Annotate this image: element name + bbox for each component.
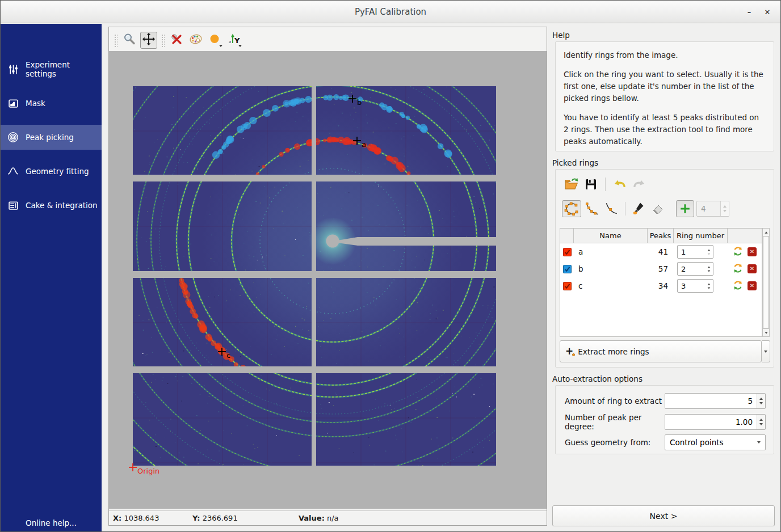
next-button[interactable]: Next > — [552, 505, 775, 526]
spin-up-icon[interactable] — [708, 283, 711, 285]
open-folder-icon — [564, 177, 579, 192]
extract-more-rings-button[interactable]: + Extract more rings — [560, 340, 762, 362]
spin-down-icon[interactable] — [708, 287, 711, 289]
recompute-ring-button[interactable] — [733, 246, 743, 258]
svg-text:a: a — [362, 140, 366, 149]
y-axis-orientation-button[interactable]: aY — [226, 32, 243, 49]
spin-down-icon[interactable] — [708, 253, 711, 255]
peak-curve-icon — [7, 166, 19, 177]
ring-enabled-checkbox[interactable] — [563, 282, 572, 290]
ring-amount-spinbox[interactable]: 5 — [665, 393, 766, 409]
sidebar-item-cake-integration[interactable]: Cake & integration — [1, 193, 102, 218]
ring-number-spinbox[interactable]: 3 — [677, 279, 713, 293]
close-button[interactable]: ✕ — [761, 6, 774, 18]
auto-extraction-section-label: Auto-extraction options — [552, 374, 643, 383]
sidebar-item-mask[interactable]: Mask — [1, 91, 102, 116]
spin-down-icon[interactable] — [759, 402, 763, 404]
diffraction-image-canvas[interactable]: abcOrigin — [109, 51, 547, 509]
pan-tool-button[interactable] — [140, 32, 157, 49]
recompute-ring-button[interactable] — [733, 263, 743, 275]
scroll-down-button[interactable] — [763, 329, 769, 336]
svg-text:c: c — [226, 351, 230, 360]
spin-down-icon[interactable] — [723, 210, 727, 212]
ring-select-tool-button[interactable] — [562, 200, 581, 217]
undo-arrow-icon — [612, 177, 627, 192]
redo-button[interactable] — [631, 176, 647, 192]
header-name: Name — [574, 229, 648, 243]
toolbar-drag-handle[interactable] — [161, 33, 165, 47]
save-points-button[interactable] — [583, 176, 599, 192]
sidebar-item-geometry-fitting[interactable]: Geometry fitting — [1, 159, 102, 184]
spin-up-icon[interactable] — [759, 398, 763, 400]
colormap-button[interactable] — [187, 32, 204, 49]
redo-arrow-icon — [632, 177, 646, 192]
sidebar-item-peak-picking[interactable]: Peak picking — [1, 125, 102, 150]
delete-ring-button[interactable]: ✕ — [748, 247, 757, 256]
peak-per-degree-spinbox[interactable]: 1.00 — [665, 414, 766, 430]
load-points-button[interactable] — [564, 176, 580, 192]
picked-rings-table: Name Peaks Ring number a411✕b572✕c343✕ — [560, 228, 762, 337]
delete-ring-button[interactable]: ✕ — [748, 281, 757, 290]
online-help-link[interactable]: Online help... — [1, 518, 102, 527]
undo-button[interactable] — [612, 176, 628, 192]
toolbar-separator — [605, 178, 606, 191]
picked-rings-file-toolbar — [564, 176, 647, 192]
spin-up-icon[interactable] — [708, 249, 711, 251]
spin-down-icon[interactable] — [708, 270, 711, 272]
toolbar-drag-handle[interactable] — [114, 33, 117, 47]
scrollbar-thumb[interactable] — [763, 236, 769, 329]
help-paragraph: You have to identify at least 5 peaks di… — [564, 112, 766, 147]
ring-name: a — [574, 243, 648, 260]
table-row[interactable]: a411✕ — [560, 243, 762, 260]
recompute-ring-button[interactable] — [733, 280, 743, 292]
eraser-tool-button[interactable] — [650, 200, 667, 217]
delete-ring-button[interactable]: ✕ — [748, 264, 757, 273]
extract-options-dropdown-button[interactable] — [762, 340, 770, 362]
spin-up-icon[interactable] — [708, 266, 711, 268]
single-point-tool-button[interactable] — [603, 200, 620, 217]
brush-tool-button[interactable] — [631, 200, 648, 217]
dropdown-caret-icon — [238, 45, 242, 47]
plot-statusbar: X: 1038.643 Y: 2366.691 Value: n/a — [109, 510, 547, 525]
spin-up-icon[interactable] — [723, 205, 727, 208]
plot-widget: aY abcOrigin X: 1038.643 Y: 2366.691 Val… — [108, 27, 547, 526]
guess-geometry-label: Guess geometry from: — [565, 438, 665, 447]
add-ring-button[interactable] — [676, 200, 694, 217]
scroll-up-button[interactable] — [763, 229, 769, 236]
peak-per-degree-label: Number of peak per degree: — [565, 413, 665, 431]
clear-peaks-button[interactable] — [168, 32, 185, 49]
ring-name: b — [574, 260, 648, 277]
arc-tool-icon — [585, 201, 599, 216]
minimize-button[interactable]: – — [743, 6, 755, 18]
ring-number-value: 3 — [678, 280, 705, 292]
table-vertical-scrollbar[interactable] — [762, 228, 770, 337]
sidebar: Experiment settings Mask Peak picking Ge… — [1, 24, 102, 531]
ring-amount-label: Amount of ring to extract — [565, 396, 665, 406]
spin-down-icon[interactable] — [759, 423, 763, 425]
diffraction-image[interactable]: abcOrigin — [109, 51, 547, 509]
plot-toolbar: aY — [112, 31, 543, 50]
spin-up-icon[interactable] — [759, 419, 763, 421]
cursor-y-readout: Y: 2366.691 — [192, 514, 299, 522]
auto-extraction-box: Amount of ring to extract 5 Number of pe… — [555, 385, 774, 454]
ring-number-spinbox[interactable]: 2 — [677, 262, 713, 276]
table-header: Name Peaks Ring number — [560, 229, 762, 243]
table-row[interactable]: c343✕ — [560, 277, 762, 294]
ring-enabled-checkbox[interactable] — [563, 265, 572, 273]
sidebar-item-experiment-settings[interactable]: Experiment settings — [1, 57, 102, 82]
cursor-value-readout: Value: n/a — [299, 514, 339, 522]
ring-number-value: 2 — [678, 263, 705, 275]
table-row[interactable]: b572✕ — [560, 260, 762, 277]
arc-select-tool-button[interactable] — [583, 200, 601, 217]
zoom-tool-button[interactable] — [121, 32, 138, 49]
ring-enabled-checkbox[interactable] — [563, 248, 572, 256]
ring-amount-value: 5 — [665, 394, 757, 408]
marker-style-button[interactable] — [207, 32, 224, 49]
ring-peak-count: 41 — [648, 243, 674, 260]
ring-number-spinbox[interactable]: 1 — [677, 245, 713, 259]
plus-icon — [679, 202, 691, 215]
toolbar-separator — [625, 202, 625, 216]
guess-geometry-combobox[interactable]: Control points — [665, 434, 766, 450]
new-ring-number-spinbox[interactable]: 4 — [696, 201, 729, 217]
header-ring-number: Ring number — [674, 229, 728, 243]
